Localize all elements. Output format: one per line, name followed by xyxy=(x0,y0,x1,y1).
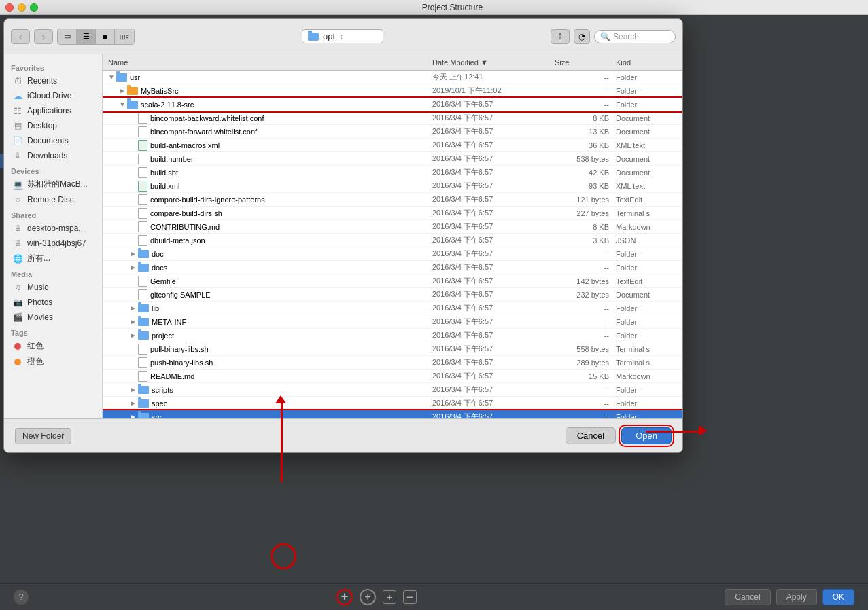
folder-icon xyxy=(138,386,149,394)
sidebar-shared-2[interactable]: 🖥 win-31pd4jbsj67 xyxy=(5,236,101,251)
dialog-footer: New Folder Cancel Open xyxy=(4,418,682,452)
dialog-open-button[interactable]: Open xyxy=(621,427,672,444)
sidebar-macbook[interactable]: 💻 苏相雅的MacB... xyxy=(5,177,101,192)
folder-icon xyxy=(138,264,149,272)
bottom-center: + + + − xyxy=(29,589,725,605)
sidebar-documents[interactable]: 📄 Documents xyxy=(5,133,101,148)
table-row[interactable]: README.md 2016/3/4 下午6:57 15 KB Markdown xyxy=(103,370,682,383)
view-gallery-btn[interactable]: ■ xyxy=(96,29,115,44)
sidebar-tag-orange[interactable]: 橙色 xyxy=(5,354,101,370)
table-row[interactable]: ► doc 2016/3/4 下午6:57 -- Folder xyxy=(103,247,682,261)
table-row[interactable]: push-binary-libs.sh 2016/3/4 下午6:57 289 … xyxy=(103,356,682,370)
add-button[interactable]: + xyxy=(336,589,353,605)
sidebar-downloads[interactable]: ⇓ Downloads xyxy=(5,148,101,163)
table-row[interactable]: ► spec 2016/3/4 下午6:57 -- Folder xyxy=(103,397,682,410)
expand-arrow: ► xyxy=(130,318,138,325)
folder-icon xyxy=(138,331,149,340)
search-placeholder: Search xyxy=(613,32,639,41)
ok-button[interactable]: OK xyxy=(822,589,854,605)
file-icon xyxy=(138,221,147,232)
tags-label: Tags xyxy=(4,325,102,338)
view-columns-btn[interactable]: ▭ xyxy=(58,29,77,44)
view-extra-btn[interactable]: ◫▿ xyxy=(115,29,134,44)
table-row[interactable]: ► lib 2016/3/4 下午6:57 -- Folder xyxy=(103,302,682,315)
sidebar-remote-disc-label: Remote Disc xyxy=(27,195,74,204)
help-button[interactable]: ? xyxy=(14,590,29,605)
table-row-src[interactable]: ► src 2016/3/4 下午6:57 -- Folder xyxy=(103,410,682,418)
add-nested-button[interactable]: + xyxy=(383,590,396,604)
dialog-cancel-button[interactable]: Cancel xyxy=(566,427,616,444)
dialog-buttons: Cancel Open xyxy=(566,427,672,444)
new-folder-button[interactable]: New Folder xyxy=(15,428,71,444)
sidebar-recents[interactable]: ⏱ Recents xyxy=(5,73,101,88)
back-button[interactable]: ‹ xyxy=(11,29,30,44)
table-row[interactable]: dbuild-meta.json 2016/3/4 下午6:57 3 KB JS… xyxy=(103,234,682,247)
sidebar-shared-1[interactable]: 🖥 desktop-mspa... xyxy=(5,221,101,236)
col-size-header[interactable]: Size xyxy=(555,58,616,67)
file-icon xyxy=(138,154,147,164)
photos-icon: 📷 xyxy=(12,297,23,308)
search-box[interactable]: 🔍 Search xyxy=(594,30,676,43)
sidebar-tag-red[interactable]: 红色 xyxy=(5,338,101,354)
expand-arrow: ► xyxy=(130,331,138,339)
downloads-icon: ⇓ xyxy=(12,150,23,161)
table-row[interactable]: build.number 2016/3/4 下午6:57 538 bytes D… xyxy=(103,152,682,166)
col-date-header[interactable]: Date Modified ▼ xyxy=(432,58,555,67)
table-row[interactable]: ► project 2016/3/4 下午6:57 -- Folder xyxy=(103,329,682,342)
folder-icon xyxy=(127,87,138,95)
sidebar-applications[interactable]: ☷ Applications xyxy=(5,103,101,118)
file-icon xyxy=(138,126,147,137)
table-row[interactable]: ▼ usr 今天 上午12:41 -- Folder xyxy=(103,71,682,84)
main-container: Project Settings Project Modules Librari… xyxy=(0,15,868,610)
path-text: opt xyxy=(323,31,335,41)
col-name-header[interactable]: Name xyxy=(108,58,432,67)
path-folder-icon xyxy=(308,33,319,41)
folder-icon xyxy=(138,250,149,258)
apply-button[interactable]: Apply xyxy=(776,589,817,605)
table-row[interactable]: bincompat-forward.whitelist.conf 2016/3/… xyxy=(103,125,682,139)
close-button[interactable] xyxy=(5,3,14,12)
sidebar-desktop-label: Desktop xyxy=(27,121,57,130)
table-row[interactable]: Gemfile 2016/3/4 下午6:57 142 bytes TextEd… xyxy=(103,274,682,288)
tag-button[interactable]: ◔ xyxy=(574,29,590,44)
sidebar-shared-3-label: 所有... xyxy=(27,253,50,264)
table-row[interactable]: bincompat-backward.whitelist.conf 2016/3… xyxy=(103,111,682,125)
share-button[interactable]: ⇧ xyxy=(551,29,570,44)
table-row[interactable]: compare-build-dirs.sh 2016/3/4 下午6:57 22… xyxy=(103,207,682,220)
remove-button[interactable]: − xyxy=(403,590,417,604)
table-row[interactable]: pull-binary-libs.sh 2016/3/4 下午6:57 558 … xyxy=(103,342,682,356)
table-row[interactable]: ► META-INF 2016/3/4 下午6:57 -- Folder xyxy=(103,315,682,329)
table-row[interactable]: build.xml 2016/3/4 下午6:57 93 KB XML text xyxy=(103,179,682,193)
add-config-button[interactable]: + xyxy=(360,589,376,605)
sidebar-icloud[interactable]: ☁ iCloud Drive xyxy=(5,88,101,103)
minimize-button[interactable] xyxy=(18,3,26,12)
sidebar-desktop[interactable]: ▤ Desktop xyxy=(5,118,101,133)
cancel-button[interactable]: Cancel xyxy=(725,589,770,605)
sidebar-music[interactable]: ♫ Music xyxy=(5,280,101,295)
table-row[interactable]: ► docs 2016/3/4 下午6:57 -- Folder xyxy=(103,261,682,274)
red-tag-icon xyxy=(12,341,23,352)
table-row[interactable]: build-ant-macros.xml 2016/3/4 下午6:57 36 … xyxy=(103,139,682,152)
sidebar-photos[interactable]: 📷 Photos xyxy=(5,295,101,310)
file-icon xyxy=(138,167,147,178)
sidebar-shared-3[interactable]: 🌐 所有... xyxy=(5,251,101,266)
table-row[interactable]: compare-build-dirs-ignore-patterns 2016/… xyxy=(103,193,682,207)
expand-arrow: ► xyxy=(119,87,127,94)
path-box[interactable]: opt ↕ xyxy=(302,29,383,43)
dialog-toolbar: ‹ › ▭ ☰ ■ ◫▿ opt ↕ ⇧ ◔ 🔍 Search xyxy=(4,19,682,54)
table-row[interactable]: build.sbt 2016/3/4 下午6:57 42 KB Document xyxy=(103,166,682,179)
file-icon xyxy=(138,371,147,382)
sidebar-movies[interactable]: 🎬 Movies xyxy=(5,310,101,325)
table-row[interactable]: ▼ scala-2.11.8-src 2016/3/4 下午6:57 -- Fo… xyxy=(103,98,682,111)
view-list-btn[interactable]: ☰ xyxy=(77,29,96,44)
table-row[interactable]: CONTRIBUTING.md 2016/3/4 下午6:57 8 KB Mar… xyxy=(103,220,682,234)
sidebar-remote-disc[interactable]: ○ Remote Disc xyxy=(5,192,101,207)
forward-button[interactable]: › xyxy=(34,29,53,44)
table-row[interactable]: ► MyBatisSrc 2019/10/1 下午11:02 -- Folder xyxy=(103,84,682,98)
col-kind-header[interactable]: Kind xyxy=(616,58,677,67)
table-row[interactable]: gitconfig.SAMPLE 2016/3/4 下午6:57 232 byt… xyxy=(103,288,682,302)
table-row[interactable]: ► scripts 2016/3/4 下午6:57 -- Folder xyxy=(103,383,682,397)
sidebar-icloud-label: iCloud Drive xyxy=(27,91,71,101)
maximize-button[interactable] xyxy=(30,3,38,12)
movies-icon: 🎬 xyxy=(12,312,23,323)
